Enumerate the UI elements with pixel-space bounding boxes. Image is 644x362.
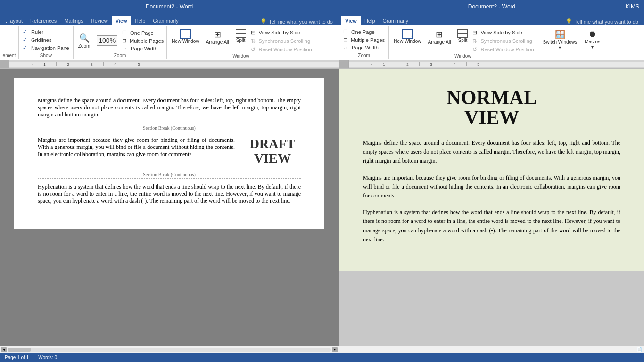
- window-group-right-label: Window: [391, 53, 535, 58]
- user-name: KIMS: [626, 2, 639, 11]
- right-reset-window-btn[interactable]: ↺ Reset Window Position: [471, 46, 535, 53]
- right-title-bar: Document2 - Word KIMS: [339, 0, 644, 13]
- right-split-btn[interactable]: Split: [454, 28, 471, 44]
- right-sync-icon: ⇅: [472, 38, 477, 44]
- one-page-icon: ☐: [122, 30, 127, 36]
- right-status-bar: 📄: [339, 346, 644, 353]
- normal-view-label: NORMALVIEW: [363, 88, 620, 127]
- zoom-button[interactable]: 🔍 Zoom: [75, 32, 93, 49]
- gridlines-checkbox[interactable]: ✓ Gridlines: [22, 36, 70, 43]
- left-scroll-track[interactable]: [8, 348, 331, 352]
- one-page-btn[interactable]: ☐ One Page: [121, 29, 165, 36]
- sync-scroll-icon: ⇅: [251, 38, 256, 44]
- draft-section: Margins are important because they give …: [38, 137, 301, 166]
- ruler-checkbox[interactable]: ✓ Ruler: [22, 28, 70, 35]
- right-page-width-btn[interactable]: ↔ Page Width: [342, 44, 386, 51]
- left-hscrollbar[interactable]: ◂ ▸: [0, 346, 339, 353]
- tab-references[interactable]: References: [26, 16, 60, 25]
- arrange-all-btn[interactable]: ⊞ Arrange All: [203, 28, 232, 46]
- switch-windows-btn[interactable]: 🪟 Switch Windows ▾: [540, 28, 580, 51]
- right-arrange-icon: ⊞: [436, 29, 443, 40]
- tell-me-left[interactable]: 💡 Tell me what you want to do: [256, 18, 337, 25]
- switch-macros-group: 🪟 Switch Windows ▾ ⏺ Macros ▾: [537, 26, 606, 59]
- left-ruler: · 1 2 3 4 5: [0, 60, 339, 69]
- right-one-page-icon: ☐: [343, 29, 348, 35]
- right-ribbon: View Help Grammarly 💡 Tell me what you w…: [339, 13, 644, 60]
- left-para1: Margins define the space around a docume…: [38, 97, 301, 118]
- view-side-by-side-btn[interactable]: ⊟ View Side by Side: [250, 29, 313, 36]
- zoom-group: 🔍 Zoom 100% ☐ One Page: [74, 26, 167, 59]
- right-multiple-icon: ⊟: [343, 37, 347, 43]
- page-info: Page 1 of 1: [5, 355, 29, 360]
- left-scroll-left[interactable]: ◂: [1, 347, 7, 352]
- show-group-label: Show: [22, 53, 70, 58]
- right-para3: Hyphenation is a system that defines how…: [363, 208, 620, 244]
- zoom-icon: 🔍: [79, 33, 90, 43]
- navigation-pane-checkbox[interactable]: ✓ Navigation Pane: [22, 44, 70, 51]
- zoom-percent: 100%: [97, 35, 117, 46]
- element-group-label: ement: [2, 53, 17, 58]
- multiple-pages-btn[interactable]: ⊟ Multiple Pages: [121, 37, 165, 44]
- arrange-icon: ⊞: [214, 29, 221, 40]
- macros-btn[interactable]: ⏺ Macros ▾: [582, 28, 603, 50]
- right-page-width-icon: ↔: [343, 45, 348, 50]
- section-break-1: Section Break (Continuous): [38, 124, 301, 132]
- right-arrange-all-btn[interactable]: ⊞ Arrange All: [425, 28, 454, 46]
- zoom-value-button[interactable]: 100%: [94, 34, 120, 47]
- window-group-right: + New Window ⊞ Arrange All Spl: [389, 26, 537, 59]
- tab-layout[interactable]: ...ayout: [2, 16, 26, 25]
- show-group: ✓ Ruler ✓ Gridlines ✓ Navigation Pane Sh…: [19, 26, 74, 59]
- right-title-text: Document2 - Word: [468, 2, 515, 11]
- tab-review[interactable]: Review: [87, 16, 112, 25]
- zoom-group-label: Zoom: [75, 53, 165, 58]
- left-para2: Margins are important because they give …: [38, 137, 235, 158]
- page-width-icon: ↔: [122, 46, 127, 51]
- right-new-window-icon: +: [402, 29, 413, 39]
- window-group-label: Window: [169, 53, 313, 58]
- right-doc-page: NORMALVIEW Margins define the space arou…: [339, 69, 644, 271]
- tab-help[interactable]: Help: [131, 16, 149, 25]
- view-side-icon: ⊟: [251, 29, 256, 36]
- left-title-text: Document2 - Word: [146, 2, 193, 11]
- word-count: Words: 0: [38, 355, 57, 360]
- left-ribbon: ...ayout References Mailings Review View…: [0, 13, 339, 60]
- tab-mailings[interactable]: Mailings: [60, 16, 87, 25]
- window-group-left: + New Window ⊞ Arrange All: [167, 26, 315, 59]
- multiple-pages-icon: ⊟: [122, 38, 126, 44]
- tab-view[interactable]: View: [112, 16, 131, 25]
- left-doc-content: Margins define the space around a docume…: [0, 69, 339, 346]
- synchronous-scrolling-btn[interactable]: ⇅ Synchronous Scrolling: [250, 37, 313, 45]
- right-sync-scroll-btn[interactable]: ⇅ Synchronous Scrolling: [471, 37, 535, 45]
- left-doc-page: Margins define the space around a docume…: [14, 78, 324, 229]
- lightbulb-icon-right: 💡: [566, 18, 572, 25]
- right-doc-scroll[interactable]: NORMALVIEW Margins define the space arou…: [339, 69, 644, 346]
- tell-me-right[interactable]: 💡 Tell me what you want to do: [562, 18, 642, 25]
- new-window-icon: +: [180, 29, 191, 39]
- right-tab-grammarly[interactable]: Grammarly: [379, 16, 412, 25]
- zoom-group-right: ☐ One Page ⊟ Multiple Pages ↔ Page Width…: [339, 26, 389, 59]
- right-page-icon: 📄: [636, 347, 642, 352]
- new-window-btn[interactable]: + New Window: [169, 28, 202, 45]
- left-scroll-right[interactable]: ▸: [332, 347, 338, 352]
- right-tab-view[interactable]: View: [341, 16, 361, 25]
- zoom-group-right-label: Zoom: [342, 53, 386, 58]
- right-new-window-btn[interactable]: + New Window: [391, 28, 424, 45]
- right-view-side-by-side-btn[interactable]: ⊟ View Side by Side: [471, 29, 535, 36]
- left-doc-scroll[interactable]: Margins define the space around a docume…: [0, 69, 339, 346]
- left-doc-pane: · 1 2 3 4 5 Margins define the space aro…: [0, 60, 339, 353]
- right-tab-help[interactable]: Help: [361, 16, 379, 25]
- right-multiple-pages-btn[interactable]: ⊟ Multiple Pages: [342, 36, 386, 43]
- tab-grammarly[interactable]: Grammarly: [149, 16, 182, 25]
- left-scroll-thumb[interactable]: [8, 348, 31, 352]
- left-para3: Hyphenation is a system that defines how…: [38, 183, 301, 205]
- split-btn[interactable]: Split: [233, 28, 249, 44]
- right-split-icon: [457, 29, 468, 38]
- reset-window-btn[interactable]: ↺ Reset Window Position: [250, 46, 313, 53]
- reset-window-icon: ↺: [251, 46, 256, 53]
- right-reset-icon: ↺: [472, 46, 477, 53]
- page-width-btn[interactable]: ↔ Page Width: [121, 45, 165, 52]
- right-doc-pane: · 1 2 3 4 5 NORMALVIEW: [339, 60, 644, 353]
- macros-icon: ⏺: [588, 29, 597, 39]
- right-para2: Margins are important because they give …: [363, 173, 620, 201]
- right-one-page-btn[interactable]: ☐ One Page: [342, 28, 386, 35]
